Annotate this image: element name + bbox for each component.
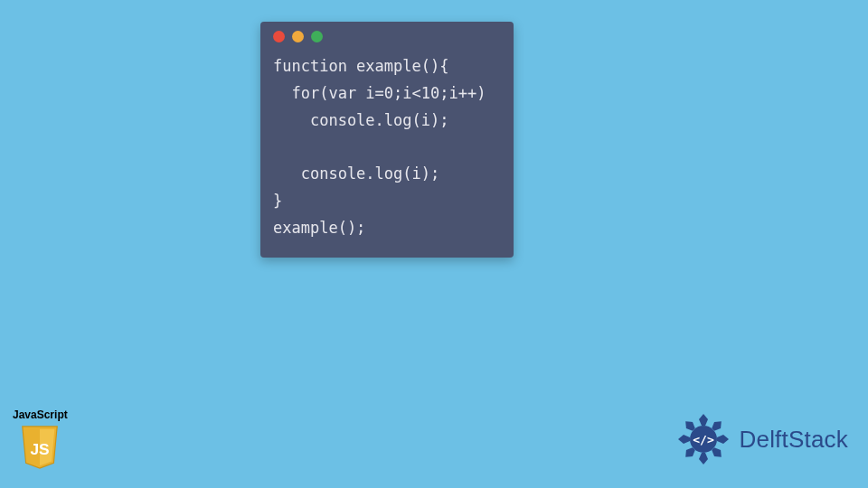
- javascript-badge: JavaScript JS: [13, 408, 68, 470]
- code-block: function example(){ for(var i=0;i<10;i++…: [273, 53, 501, 241]
- code-card: function example(){ for(var i=0;i<10;i++…: [260, 22, 514, 258]
- minimize-dot-icon: [292, 31, 304, 42]
- brand: </> DelftStack: [676, 412, 849, 466]
- traffic-lights: [273, 31, 501, 42]
- close-dot-icon: [273, 31, 285, 42]
- js-badge-label: JavaScript: [13, 408, 68, 421]
- svg-text:</>: </>: [693, 433, 714, 446]
- js-shield-icon: JS: [18, 425, 61, 470]
- brand-logo-icon: </>: [676, 412, 731, 466]
- svg-text:JS: JS: [31, 440, 50, 458]
- maximize-dot-icon: [311, 31, 323, 42]
- brand-name: DelftStack: [740, 426, 849, 454]
